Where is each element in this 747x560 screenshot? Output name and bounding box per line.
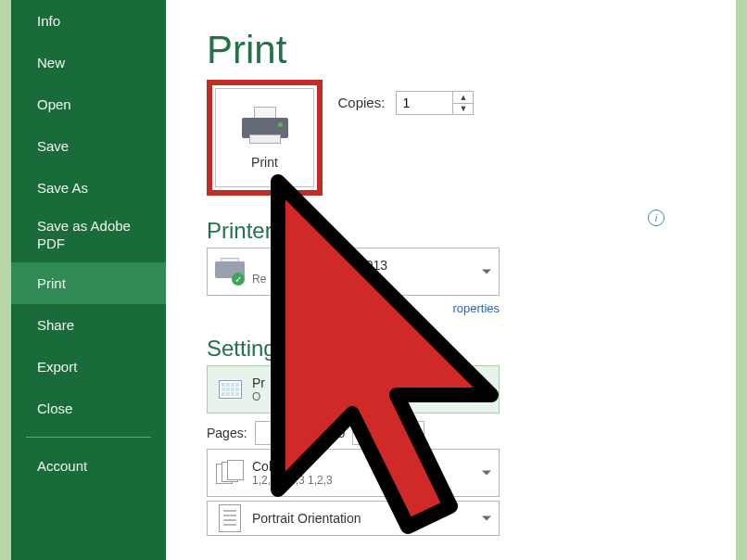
collated-icon bbox=[213, 456, 247, 490]
printer-selector[interactable]: ✓ Send To OneNote 2013 Ready bbox=[207, 248, 500, 296]
sidebar-item-save-as[interactable]: Save As bbox=[11, 167, 166, 209]
page-title: Print bbox=[207, 28, 736, 72]
sidebar-item-account[interactable]: Account bbox=[11, 445, 166, 487]
pages-to-label: to bbox=[335, 426, 346, 440]
print-button-highlight: Print bbox=[207, 80, 323, 196]
pages-to-spinner[interactable]: ▲ ▼ bbox=[352, 421, 424, 445]
chevron-down-icon bbox=[482, 270, 491, 274]
pages-label: Pages: bbox=[207, 426, 247, 440]
chevron-down-icon bbox=[482, 471, 491, 476]
sidebar-item-new[interactable]: New bbox=[11, 42, 166, 83]
copies-input[interactable] bbox=[397, 92, 452, 114]
orientation-label: Portrait Orientation bbox=[252, 511, 361, 526]
sidebar-item-close[interactable]: Close bbox=[11, 388, 166, 429]
settings-section-title: Setting bbox=[207, 336, 736, 362]
portrait-icon bbox=[213, 502, 247, 535]
sidebar-item-print[interactable]: Print bbox=[11, 262, 166, 304]
print-button-label: Print bbox=[251, 155, 278, 170]
orientation-selector[interactable]: Portrait Orientation bbox=[207, 501, 500, 536]
backstage-sidebar: Info New Open Save Save As Save as Adobe… bbox=[11, 0, 166, 560]
printer-status: Ready bbox=[252, 273, 387, 286]
collation-selector[interactable]: Collated 1,2,3 1,2,3 1,2,3 bbox=[207, 449, 500, 497]
printer-info-icon[interactable]: i bbox=[648, 210, 665, 226]
print-what-selector[interactable]: Print Selection Only print the current s… bbox=[207, 365, 500, 414]
collation-line2: 1,2,3 1,2,3 1,2,3 bbox=[252, 474, 333, 487]
print-button[interactable]: Print bbox=[215, 88, 314, 187]
copies-area: Copies: ▲ ▼ bbox=[337, 91, 474, 115]
print-pane: Print Print Copies: ▲ ▼ i Printer bbox=[166, 0, 736, 560]
pages-from-input[interactable] bbox=[256, 422, 306, 444]
copies-down-button[interactable]: ▼ bbox=[453, 104, 473, 115]
pages-from-down[interactable]: ▼ bbox=[307, 434, 326, 445]
pages-to-down[interactable]: ▼ bbox=[404, 434, 424, 445]
app-frame: Info New Open Save Save As Save as Adobe… bbox=[11, 0, 736, 560]
print-what-line1: Print Selection bbox=[252, 375, 399, 390]
printer-properties-link[interactable]: roperties bbox=[207, 301, 500, 315]
copies-up-button[interactable]: ▲ bbox=[453, 92, 473, 104]
pages-row: Pages: ▲ ▼ to ▲ ▼ bbox=[207, 421, 736, 445]
sheet-icon bbox=[213, 373, 247, 406]
printer-name: Send To OneNote 2013 bbox=[252, 258, 387, 273]
printer-ready-icon: ✓ bbox=[213, 255, 247, 288]
sidebar-divider bbox=[26, 437, 151, 438]
printer-icon bbox=[242, 107, 288, 146]
sidebar-item-open[interactable]: Open bbox=[11, 83, 166, 125]
pages-to-up[interactable]: ▲ bbox=[404, 422, 424, 434]
sidebar-item-share[interactable]: Share bbox=[11, 304, 166, 346]
copies-label: Copies: bbox=[337, 95, 385, 110]
pages-to-input[interactable] bbox=[353, 422, 403, 444]
print-what-line2: Only print the current selecti... bbox=[252, 390, 399, 403]
chevron-down-icon bbox=[482, 516, 491, 521]
copies-spinner[interactable]: ▲ ▼ bbox=[396, 91, 474, 115]
pages-from-spinner[interactable]: ▲ ▼ bbox=[255, 421, 327, 445]
pages-from-up[interactable]: ▲ bbox=[307, 422, 326, 434]
sidebar-item-save-adobe-pdf[interactable]: Save as Adobe PDF bbox=[11, 209, 166, 262]
chevron-down-icon bbox=[482, 388, 491, 392]
sidebar-item-info[interactable]: Info bbox=[11, 0, 166, 42]
sidebar-item-save[interactable]: Save bbox=[11, 125, 166, 167]
collation-line1: Collated bbox=[252, 459, 333, 474]
sidebar-item-export[interactable]: Export bbox=[11, 346, 166, 388]
